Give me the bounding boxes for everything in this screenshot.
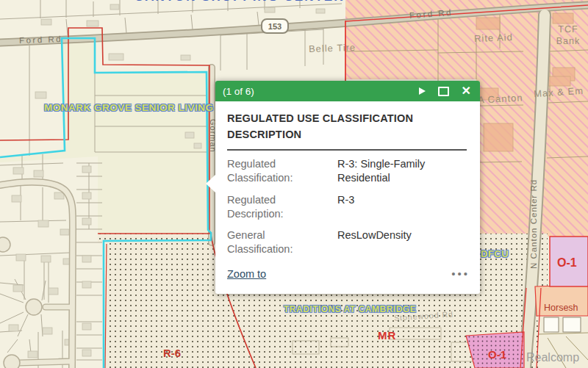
app-screen: { "popup": { "pager": "(1 of 6)", "title…: [0, 0, 588, 368]
popup-title: REGULATED USE CLASSIFICATION DESCRIPTION: [227, 111, 464, 143]
feature-popup: (1 of 6) ✕ REGULATED USE CLASSIFICATION …: [215, 81, 480, 294]
popup-divider: [227, 149, 467, 151]
next-feature-button[interactable]: [419, 87, 426, 95]
close-button[interactable]: ✕: [462, 85, 471, 97]
field-label: Regulated Description:: [227, 193, 337, 221]
popup-leader-arrow: [206, 175, 215, 192]
popup-pager: (1 of 6): [223, 86, 406, 97]
zoom-to-link[interactable]: Zoom to: [227, 268, 266, 280]
field-row: Regulated Description: R-3: [227, 189, 467, 225]
field-label: General Classification:: [227, 228, 337, 256]
field-row: General Classification: ResLowDensity: [227, 225, 467, 261]
maximize-button[interactable]: [438, 87, 449, 96]
field-value: ResLowDensity: [337, 228, 467, 256]
clipped-plaza-label: CANTON SHOPPING CENTER: [135, 0, 355, 5]
field-value: R-3: Single-Family Residential: [337, 157, 467, 185]
maximize-icon: [438, 87, 449, 96]
o1-zone: [550, 237, 588, 286]
route-153-shield: 153: [261, 18, 289, 34]
bottom-right-parcels: [535, 285, 588, 368]
field-row: Regulated Classification: R-3: Single-Fa…: [227, 154, 467, 190]
popup-body: REGULATED USE CLASSIFICATION DESCRIPTION…: [215, 101, 480, 261]
popup-header: (1 of 6) ✕: [215, 81, 480, 101]
field-label: Regulated Classification:: [227, 157, 337, 185]
magenta-zone: [466, 332, 524, 368]
field-value: R-3: [337, 193, 467, 221]
popup-footer: Zoom to •••: [215, 261, 480, 294]
play-icon: [419, 87, 426, 95]
